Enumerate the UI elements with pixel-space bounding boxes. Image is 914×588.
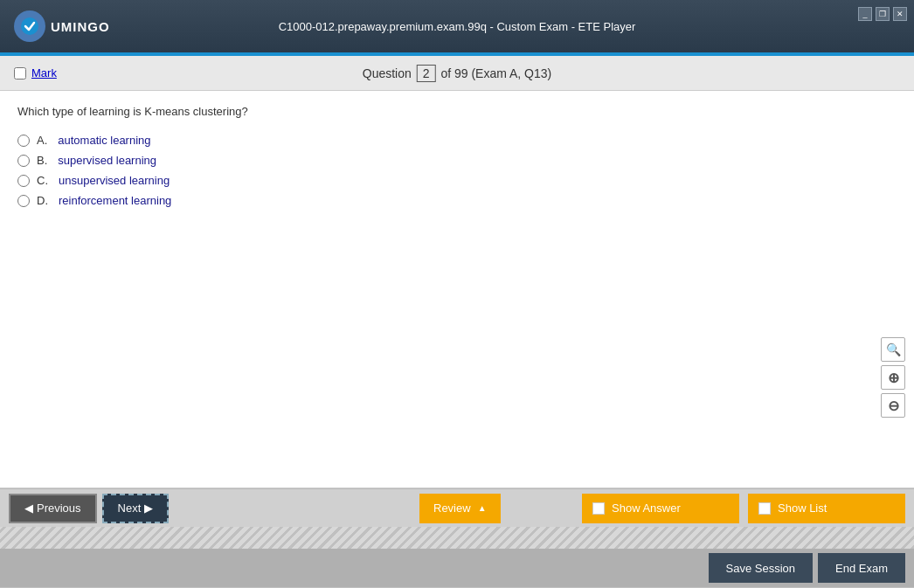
radio-b[interactable] (17, 155, 30, 167)
save-session-label: Save Session (726, 562, 796, 575)
show-list-label: Show List (778, 502, 827, 515)
end-exam-button[interactable]: End Exam (818, 553, 905, 583)
question-text: Which type of learning is K-means cluste… (17, 105, 897, 118)
option-b[interactable]: B. supervised learning (17, 154, 897, 167)
main-content: Which type of learning is K-means cluste… (0, 91, 914, 488)
option-a[interactable]: A. automatic learning (17, 134, 897, 147)
previous-label: Previous (37, 502, 81, 515)
option-d[interactable]: D. reinforcement learning (17, 194, 897, 207)
show-answer-button[interactable]: Show Answer (582, 494, 739, 523)
review-label: Review (433, 502, 471, 515)
question-number: 2 (417, 65, 436, 82)
option-d-text: reinforcement learning (59, 194, 171, 207)
logo-icon (14, 10, 45, 42)
end-exam-label: End Exam (835, 562, 888, 575)
minimize-button[interactable]: _ (858, 7, 872, 21)
option-a-text: automatic learning (58, 134, 150, 147)
side-tools: 🔍 ⊕ ⊖ (881, 337, 905, 418)
option-b-letter: B. (37, 154, 47, 167)
radio-c[interactable] (17, 175, 30, 187)
logo-area: UMINGO (14, 10, 110, 42)
app-title: C1000-012.prepaway.premium.exam.99q - Cu… (279, 20, 636, 33)
prev-arrow-icon: ◀ (24, 502, 33, 515)
search-icon[interactable]: 🔍 (881, 337, 905, 362)
bottom-nav: ◀ Previous Next ▶ Review ▲ Show Answer S… (0, 488, 914, 527)
show-answer-label: Show Answer (612, 502, 681, 515)
question-info: Question 2 of 99 (Exam A, Q13) (363, 65, 551, 82)
header-row: Mark Question 2 of 99 (Exam A, Q13) (0, 56, 914, 91)
zoom-out-icon[interactable]: ⊖ (881, 393, 905, 418)
hatch-area (0, 527, 914, 549)
question-of-total: of 99 (Exam A, Q13) (440, 66, 551, 80)
svg-point-0 (21, 17, 38, 35)
question-label: Question (363, 66, 412, 80)
option-d-letter: D. (37, 194, 48, 207)
next-arrow-icon: ▶ (144, 502, 153, 515)
show-answer-icon (592, 502, 605, 515)
save-session-button[interactable]: Save Session (709, 553, 814, 583)
radio-a[interactable] (17, 135, 30, 147)
show-list-icon (758, 502, 771, 515)
title-bar: UMINGO C1000-012.prepaway.premium.exam.9… (0, 0, 914, 52)
next-button[interactable]: Next ▶ (102, 494, 170, 523)
review-button[interactable]: Review ▲ (419, 494, 501, 523)
mark-checkbox[interactable] (14, 67, 26, 80)
zoom-in-icon[interactable]: ⊕ (881, 365, 905, 390)
option-a-letter: A. (37, 134, 47, 147)
review-dropdown-icon: ▲ (478, 503, 487, 513)
option-b-text: supervised learning (58, 154, 156, 167)
window-controls[interactable]: _ ❐ ✕ (858, 7, 907, 21)
mark-label[interactable]: Mark (31, 66, 57, 80)
bottom-action: Save Session End Exam (0, 549, 914, 587)
mark-checkbox-area[interactable]: Mark (14, 66, 57, 80)
show-list-button[interactable]: Show List (748, 494, 905, 523)
restore-button[interactable]: ❐ (876, 7, 890, 21)
close-button[interactable]: ✕ (893, 7, 907, 21)
next-label: Next (118, 502, 142, 515)
previous-button[interactable]: ◀ Previous (9, 494, 97, 523)
option-c[interactable]: C. unsupervised learning (17, 174, 897, 187)
option-c-text: unsupervised learning (59, 174, 170, 187)
option-c-letter: C. (37, 174, 48, 187)
logo-text: UMINGO (51, 19, 110, 34)
radio-d[interactable] (17, 195, 30, 207)
